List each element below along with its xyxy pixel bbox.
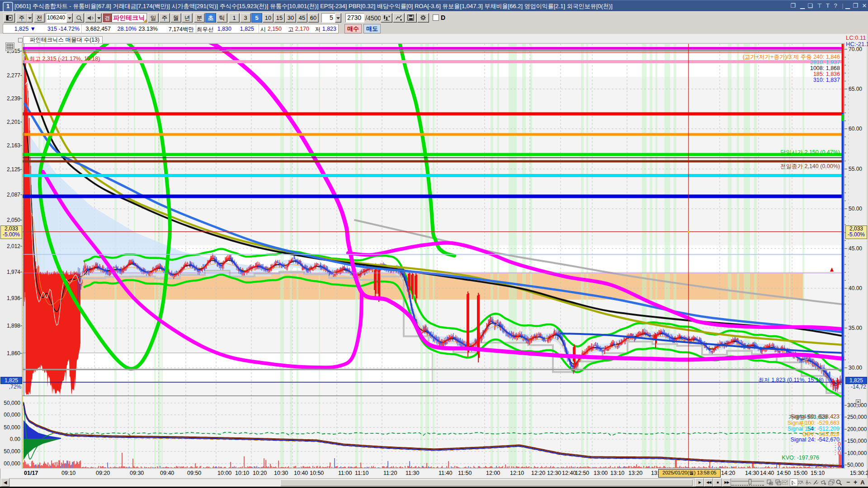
speaker-dropdown[interactable] [96, 13, 102, 23]
speaker-button[interactable] [85, 13, 96, 23]
search-button[interactable] [74, 13, 84, 23]
cascade-windows-icon[interactable] [774, 479, 782, 486]
peak-line-icon[interactable] [797, 479, 804, 486]
time-highlight-stripe [737, 44, 739, 468]
lower-pane-close-icon[interactable]: ✕ [856, 399, 861, 404]
interval-button-30[interactable]: 30 [285, 13, 296, 23]
chart-image-icon[interactable] [828, 479, 835, 486]
interval-button-60[interactable]: 60 [308, 13, 319, 23]
ratio2: 23.13% [139, 26, 158, 32]
trendline-button[interactable] [393, 13, 405, 23]
speed-slider[interactable] [731, 481, 764, 482]
period-button-주[interactable]: 주 [159, 13, 170, 23]
stock-code-dropdown[interactable] [66, 13, 73, 23]
speed-slider-handle[interactable] [749, 479, 751, 484]
compare-chart-button[interactable] [381, 13, 392, 23]
magnifier-icon[interactable] [835, 479, 843, 486]
auto-button[interactable]: A [858, 479, 867, 486]
interval-button-10[interactable]: 10 [263, 13, 274, 23]
replay-button-2[interactable]: ■ [713, 478, 722, 487]
left-axis-label: 2,201 [0, 119, 20, 125]
time-highlight-stripe [530, 44, 532, 468]
interval-button-1[interactable]: 1 [229, 13, 240, 23]
interval-button-5[interactable]: 5 [251, 13, 262, 23]
stock-name-label: 파인테크닉 [113, 14, 146, 22]
hscroll-thumb[interactable] [280, 479, 693, 486]
settings-button[interactable] [417, 13, 429, 23]
replay-button-3[interactable]: ▶▶ [722, 478, 731, 487]
current-price-box-right-sub: -14,72 [845, 384, 866, 390]
interval-button-15[interactable]: 15 [274, 13, 285, 23]
lower-legend: Signal 100: -529,663 [650, 420, 840, 426]
mode-button-틱[interactable]: 틱 [217, 13, 227, 23]
replay-button-1[interactable]: ◀◀ [704, 478, 713, 487]
close-icon[interactable]: ✕ [860, 2, 868, 10]
right-axis-label: 65.00 [849, 86, 862, 92]
restore-icon[interactable]: ❐ [851, 2, 859, 10]
stock-code-input[interactable]: 106240 [46, 13, 67, 23]
period-button-월[interactable]: 월 [170, 13, 181, 23]
save-button[interactable] [405, 13, 417, 23]
time-tick-label: 10:20 [253, 470, 267, 476]
time-tick-label: 09:30 [130, 470, 144, 476]
sell-button[interactable]: 매도 [363, 24, 381, 33]
chart-layout-button[interactable] [4, 13, 15, 23]
time-tick-label: 10:10 [235, 470, 249, 476]
time-highlight-stripe [665, 44, 670, 468]
time-tick-label: 12:00 [486, 470, 500, 476]
count-dropdown-arrow[interactable] [335, 13, 341, 23]
lower-right-axis-label: 250,000 [847, 414, 867, 420]
mode-button-초[interactable]: 초 [205, 13, 216, 23]
hscroll-track[interactable] [10, 479, 693, 487]
time-highlight-stripe [789, 44, 790, 468]
valley-line-icon[interactable] [805, 479, 812, 486]
trade-amount: 7,174백만 [169, 26, 194, 33]
pen-zigzag-icon[interactable] [812, 479, 820, 486]
time-highlight-stripe [650, 44, 652, 468]
replay-button-0[interactable]: ▶ [695, 478, 704, 487]
lower-legend: Signal 60: -538,423 [650, 413, 840, 420]
d-checkbox[interactable] [433, 14, 439, 21]
period-button-년[interactable]: 년 [182, 13, 193, 23]
stock-name-box: 파인테크닉 [112, 13, 147, 23]
buy-button[interactable]: 매수 [344, 24, 362, 33]
lc-label: LC:0.11 [846, 34, 866, 41]
time-tick-label: 09:20 [96, 470, 110, 476]
interval-button-3[interactable]: 3 [240, 13, 251, 23]
grid-table-button[interactable] [5, 42, 14, 51]
time-tick-label: 11:50 [458, 470, 472, 476]
period-small-button[interactable]: 주 [16, 13, 27, 23]
bars-input[interactable]: 2730 [345, 13, 364, 23]
right-axis-label: 40.00 [849, 285, 862, 291]
bars-total-label: /4500 [365, 14, 381, 22]
minimize-icon[interactable]: ▁ [844, 2, 852, 10]
mode-button-분[interactable]: 분 [194, 13, 205, 23]
time-highlight-stripe [586, 44, 588, 468]
text-icon[interactable]: T [824, 2, 832, 10]
tile-windows-icon[interactable] [766, 479, 774, 486]
prev-button[interactable]: 전 [34, 13, 45, 23]
hscroll-left-arrow[interactable]: ◀ [1, 478, 9, 487]
volume: 3,682,457 [85, 26, 111, 32]
interval-button-45[interactable]: 45 [297, 13, 307, 23]
pin-icon[interactable]: ⊤ [816, 2, 824, 10]
pane-label-checkbox[interactable] [18, 38, 23, 42]
open-line-label: 당일시가 2,150 (0.47%) [723, 149, 840, 156]
eraser-icon[interactable] [820, 479, 827, 486]
period-small-dropdown[interactable] [27, 13, 33, 23]
warning-badge: 경 [103, 14, 112, 22]
right-axis-label: 30.00 [849, 365, 862, 371]
time-tick-label: 10:00 [217, 470, 231, 476]
crosshair-pct: -5.00% [846, 232, 867, 238]
duplicate-icon[interactable]: ❏ [806, 2, 814, 10]
period-button-일[interactable]: 일 [148, 13, 159, 23]
rollup-icon[interactable]: ▁ [798, 2, 807, 10]
lower-left-axis-label: 0.00 [0, 436, 20, 442]
time-tick-label: 12:30 [547, 470, 561, 476]
time-tick-label: 12:20 [531, 470, 545, 476]
time-tick-label: 14:30 [745, 470, 759, 476]
time-tick-label: 01/17 [24, 470, 38, 476]
stock-name-corner-icon [143, 19, 146, 22]
time-tick-label: 11:30 [406, 470, 419, 476]
popup-icon[interactable]: ❐ [789, 2, 797, 10]
